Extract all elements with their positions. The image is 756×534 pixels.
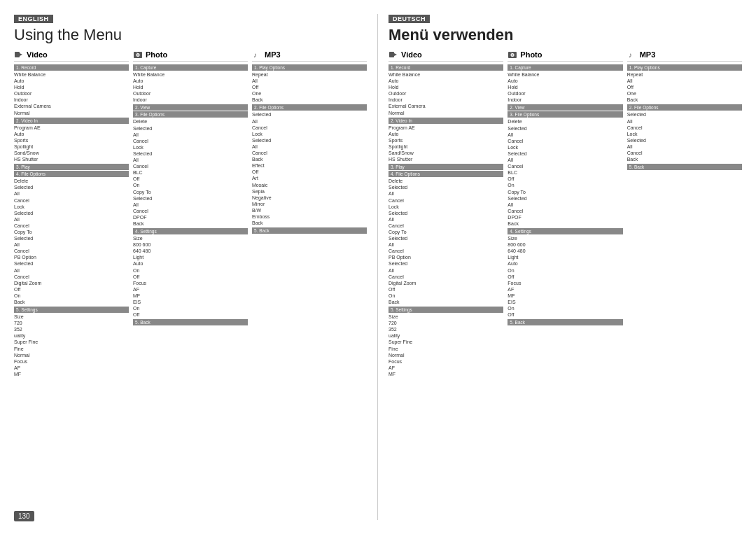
english-mp3-items: 1. Play Options RepeatAllOffOne Back 2. … — [252, 64, 367, 234]
deutsch-photo-header: Photo — [507, 50, 622, 62]
svg-point-4 — [137, 54, 139, 56]
music-icon-de: ♪ — [627, 50, 637, 59]
svg-marker-1 — [20, 53, 22, 56]
english-video-col: Video 1. Record White BalanceAutoHoldOut… — [14, 50, 129, 379]
english-photo-col: Photo 1. Capture White BalanceAutoHoldOu… — [133, 50, 248, 379]
deutsch-photo-col: Photo 1. Capture White BalanceAutoHoldOu… — [507, 50, 622, 379]
deutsch-photo-items: 1. Capture White BalanceAutoHoldOutdoorI… — [507, 64, 622, 325]
video-icon — [14, 50, 24, 59]
english-title: Using the Menu — [14, 26, 367, 44]
deutsch-mp3-col: ♪ MP3 1. Play Options RepeatAllOffOne Ba… — [627, 50, 742, 379]
svg-text:♪: ♪ — [253, 51, 257, 59]
svg-marker-8 — [394, 53, 397, 56]
english-video-header: Video — [14, 50, 129, 62]
english-photo-items: 1. Capture White BalanceAutoHoldOutdoorI… — [133, 64, 248, 325]
english-photo-header: Photo — [133, 50, 248, 62]
svg-point-11 — [512, 54, 514, 56]
english-section: ENGLISH Using the Menu Video 1. Record W… — [14, 14, 378, 520]
english-menu-columns: Video 1. Record White BalanceAutoHoldOut… — [14, 50, 367, 379]
deutsch-video-items: 1. Record White BalanceAutoHoldOutdoorIn… — [388, 64, 503, 377]
deutsch-video-col: Video 1. Record White BalanceAutoHoldOut… — [388, 50, 503, 379]
svg-rect-7 — [389, 52, 394, 57]
svg-rect-12 — [510, 52, 512, 53]
svg-rect-5 — [136, 52, 138, 53]
page-number: 130 — [14, 511, 34, 521]
deutsch-video-header: Video — [388, 50, 503, 62]
english-mp3-col: ♪ MP3 1. Play Options RepeatAllOffOne Ba… — [252, 50, 367, 379]
english-lang-badge: ENGLISH — [14, 14, 367, 26]
english-mp3-header: ♪ MP3 — [252, 50, 367, 62]
deutsch-section: DEUTSCH Menü verwenden Video 1. Record W… — [378, 14, 742, 520]
deutsch-menu-columns: Video 1. Record White BalanceAutoHoldOut… — [388, 50, 742, 379]
deutsch-title: Menü verwenden — [388, 26, 742, 44]
photo-icon — [133, 50, 143, 59]
svg-text:♪: ♪ — [629, 51, 632, 59]
deutsch-lang-badge: DEUTSCH — [388, 14, 742, 26]
music-icon: ♪ — [252, 50, 262, 59]
deutsch-mp3-header: ♪ MP3 — [627, 50, 742, 62]
english-video-items: 1. Record White BalanceAutoHoldOutdoorIn… — [14, 64, 129, 377]
svg-rect-0 — [15, 52, 20, 57]
photo-icon-de — [507, 50, 517, 59]
video-icon-de — [388, 50, 398, 59]
deutsch-mp3-items: 1. Play Options RepeatAllOffOne Back 2. … — [627, 64, 742, 170]
